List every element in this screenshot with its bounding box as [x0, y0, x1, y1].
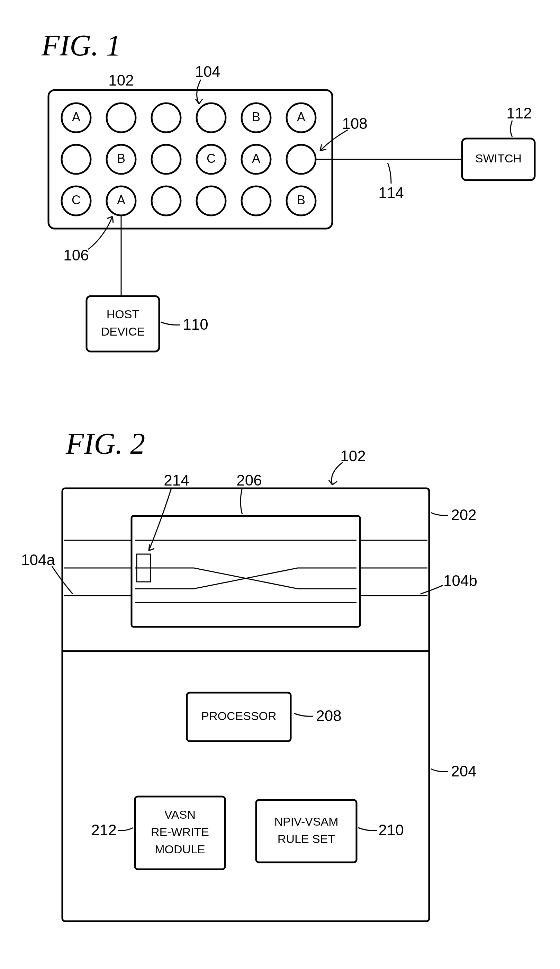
fig1-title: FIG. 1	[41, 29, 121, 62]
leader-114	[388, 163, 391, 183]
ref-104a: 104a	[21, 551, 55, 568]
ref-110: 110	[183, 316, 208, 333]
svg-point-20	[151, 186, 181, 215]
ref-102: 102	[108, 72, 134, 89]
leader-204	[431, 769, 448, 772]
diagram-root: FIG. 1 102 104 A B A B C A C A	[0, 0, 560, 969]
leader-214	[149, 488, 171, 551]
svg-text:B: B	[117, 152, 125, 166]
ref-108: 108	[342, 115, 367, 132]
figure-2: FIG. 2 102 202 204 206 214	[21, 427, 477, 921]
vasn-l3: MODULE	[155, 842, 205, 856]
switch-label: SWITCH	[475, 152, 522, 165]
leader-106	[88, 216, 113, 249]
svg-point-9	[61, 145, 91, 174]
leader-210	[358, 828, 377, 831]
ports: A B A B C A C A B	[61, 103, 316, 215]
svg-point-2	[106, 103, 136, 132]
leader-104	[197, 80, 201, 104]
svg-text:C: C	[71, 193, 81, 207]
npiv-l2: RULE SET	[278, 832, 335, 845]
leader-110	[161, 322, 180, 325]
ref-104b: 104b	[444, 572, 477, 589]
ref-114: 114	[378, 184, 404, 201]
processor-label: PROCESSOR	[201, 709, 276, 723]
svg-point-4	[196, 103, 226, 132]
host-l2: DEVICE	[101, 325, 145, 338]
ref-112: 112	[506, 105, 532, 122]
svg-text:A: A	[117, 193, 125, 207]
block-npiv	[256, 800, 357, 862]
host-l1: HOST	[106, 308, 139, 321]
svg-text:B: B	[297, 193, 305, 207]
ref-212: 212	[91, 821, 116, 838]
ref-104: 104	[195, 63, 220, 80]
leader-104b	[420, 585, 443, 594]
svg-text:A: A	[72, 110, 80, 124]
svg-point-3	[151, 103, 181, 132]
ref-208: 208	[316, 707, 341, 724]
leader-108	[320, 130, 348, 151]
svg-point-22	[242, 186, 271, 215]
leader-212	[118, 828, 133, 831]
port-108	[287, 145, 316, 174]
ref-214: 214	[164, 472, 189, 489]
vasn-l2: RE-WRITE	[151, 825, 209, 838]
svg-text:A: A	[297, 110, 305, 124]
ref-210: 210	[378, 821, 404, 838]
leader-208	[294, 713, 313, 716]
ref2-102: 102	[340, 448, 366, 465]
fig2-title: FIG. 2	[65, 427, 145, 460]
block-host	[86, 296, 159, 351]
ref-106: 106	[63, 246, 89, 263]
vasn-l1: VASN	[165, 808, 196, 821]
figure-1: FIG. 1 102 104 A B A B C A C A	[41, 29, 535, 351]
svg-text:C: C	[207, 152, 216, 166]
block-outer	[62, 488, 429, 921]
npiv-l1: NPIV-VSAM	[274, 815, 338, 828]
leader-202	[431, 513, 448, 515]
block-crossbar	[131, 516, 360, 627]
ref-206: 206	[236, 472, 262, 489]
leader-112	[510, 120, 512, 137]
svg-text:B: B	[252, 110, 260, 124]
svg-text:A: A	[252, 152, 260, 166]
ref-202: 202	[451, 506, 476, 523]
ref-204: 204	[451, 763, 476, 779]
svg-point-12	[151, 145, 181, 174]
leader-206	[241, 488, 242, 514]
svg-point-21	[196, 186, 226, 215]
